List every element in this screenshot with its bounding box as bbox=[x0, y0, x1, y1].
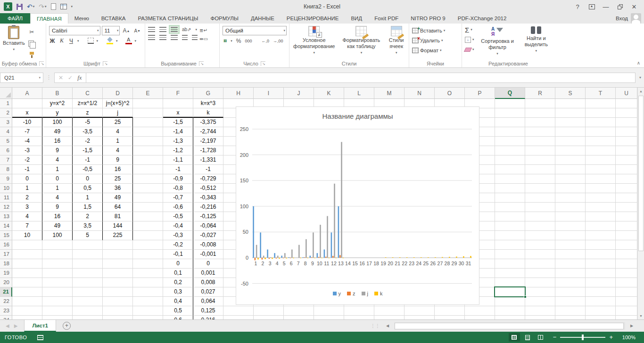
cell-T11[interactable] bbox=[586, 193, 616, 203]
cell-J24[interactable] bbox=[284, 316, 314, 319]
cell-B23[interactable] bbox=[42, 306, 73, 316]
cell-B21[interactable] bbox=[42, 287, 73, 297]
vertical-scrollbar[interactable]: ▲ ▼ bbox=[637, 88, 644, 319]
cell-D4[interactable]: 4 bbox=[103, 127, 133, 137]
cell-F20[interactable]: 0,2 bbox=[163, 278, 193, 287]
cell-C11[interactable]: 1 bbox=[73, 193, 103, 203]
chart-title[interactable]: Название диаграммы bbox=[236, 112, 479, 120]
cell-F17[interactable]: -0,1 bbox=[163, 250, 193, 259]
cell-T15[interactable] bbox=[586, 231, 616, 240]
cell-U15[interactable] bbox=[616, 231, 637, 240]
cell-Q20[interactable] bbox=[495, 278, 525, 287]
row-header-14[interactable]: 14 bbox=[0, 221, 12, 231]
cell-S23[interactable] bbox=[555, 306, 586, 316]
cell-O23[interactable] bbox=[435, 306, 465, 316]
column-header-G[interactable]: G bbox=[193, 88, 223, 99]
wrap-text-icon[interactable]: ≣↵ bbox=[199, 28, 208, 33]
row-header-2[interactable]: 2 bbox=[0, 108, 12, 118]
cell-A12[interactable]: 3 bbox=[12, 203, 42, 212]
cell-C17[interactable] bbox=[73, 250, 103, 259]
cell-U20[interactable] bbox=[616, 278, 637, 287]
cell-E17[interactable] bbox=[133, 250, 163, 259]
cell-G22[interactable]: 0,064 bbox=[193, 297, 223, 306]
cell-S13[interactable] bbox=[555, 212, 586, 221]
cell-U6[interactable] bbox=[616, 146, 637, 155]
cell-G12[interactable]: -0,216 bbox=[193, 203, 223, 212]
column-header-P[interactable]: P bbox=[465, 88, 495, 99]
cell-styles-button[interactable]: Стили ячеек▾ bbox=[385, 24, 408, 59]
cell-S15[interactable] bbox=[555, 231, 586, 240]
cell-R13[interactable] bbox=[525, 212, 555, 221]
cell-F19[interactable]: 0,1 bbox=[163, 269, 193, 278]
cell-B24[interactable] bbox=[42, 316, 73, 319]
cell-D12[interactable]: 64 bbox=[103, 203, 133, 212]
save-icon[interactable] bbox=[17, 4, 23, 10]
align-right-icon[interactable] bbox=[171, 35, 178, 40]
column-header-Q[interactable]: Q bbox=[495, 88, 525, 99]
name-box[interactable]: Q21▾ bbox=[0, 73, 43, 83]
cell-C16[interactable] bbox=[73, 240, 103, 250]
cell-G13[interactable]: -0,125 bbox=[193, 212, 223, 221]
collapse-ribbon-icon[interactable]: ∧ bbox=[637, 60, 640, 65]
cell-T18[interactable] bbox=[586, 259, 616, 269]
insert-cells-button[interactable]: +Вставить▾ bbox=[411, 26, 460, 35]
cell-G11[interactable]: -0,343 bbox=[193, 193, 223, 203]
cell-A6[interactable]: -3 bbox=[12, 146, 42, 155]
horizontal-scroll-track[interactable] bbox=[394, 322, 625, 330]
cell-B15[interactable]: 100 bbox=[42, 231, 73, 240]
redo-button[interactable]: ↷▾ bbox=[39, 3, 46, 10]
cell-B19[interactable] bbox=[42, 269, 73, 278]
cell-T9[interactable] bbox=[586, 174, 616, 184]
align-middle-icon[interactable] bbox=[159, 27, 166, 32]
column-header-A[interactable]: A bbox=[12, 88, 42, 99]
cell-A23[interactable] bbox=[12, 306, 42, 316]
increase-decimal-icon[interactable]: ←,0 bbox=[261, 39, 269, 43]
horizontal-scrollbar[interactable]: ◀ ▶ bbox=[384, 322, 636, 330]
cell-S8[interactable] bbox=[555, 165, 586, 174]
cell-S3[interactable] bbox=[555, 118, 586, 127]
cell-G8[interactable]: -1 bbox=[193, 165, 223, 174]
dialog-launcher-icon[interactable]: ↘ bbox=[261, 61, 265, 66]
prev-sheet-icon[interactable]: ◀ bbox=[6, 323, 9, 328]
zoom-in-icon[interactable]: + bbox=[609, 335, 613, 340]
decrease-indent-icon[interactable] bbox=[182, 35, 188, 40]
column-header-F[interactable]: F bbox=[163, 88, 193, 99]
cell-U14[interactable] bbox=[616, 221, 637, 231]
cell-E5[interactable] bbox=[133, 137, 163, 146]
cell-A7[interactable]: -2 bbox=[12, 155, 42, 165]
cell-E7[interactable] bbox=[133, 155, 163, 165]
cell-A15[interactable]: 10 bbox=[12, 231, 42, 240]
cell-B4[interactable]: 49 bbox=[42, 127, 73, 137]
cell-U11[interactable] bbox=[616, 193, 637, 203]
cell-T3[interactable] bbox=[586, 118, 616, 127]
align-left-icon[interactable] bbox=[148, 35, 155, 40]
column-header-D[interactable]: D bbox=[103, 88, 133, 99]
cell-A3[interactable]: -10 bbox=[12, 118, 42, 127]
cell-S7[interactable] bbox=[555, 155, 586, 165]
cell-D19[interactable] bbox=[103, 269, 133, 278]
cell-D20[interactable] bbox=[103, 278, 133, 287]
cell-B8[interactable]: 1 bbox=[42, 165, 73, 174]
cell-B7[interactable]: 4 bbox=[42, 155, 73, 165]
cell-T14[interactable] bbox=[586, 221, 616, 231]
macro-record-icon[interactable] bbox=[37, 335, 43, 340]
horizontal-scroll-thumb[interactable] bbox=[395, 323, 624, 329]
cell-Q10[interactable] bbox=[495, 184, 525, 193]
sheet-tab-active[interactable]: Лист1 bbox=[24, 320, 56, 332]
cell-U21[interactable] bbox=[616, 287, 637, 297]
cancel-entry-icon[interactable]: ✕ bbox=[58, 74, 63, 81]
cell-N23[interactable] bbox=[405, 306, 435, 316]
cell-B6[interactable]: 9 bbox=[42, 146, 73, 155]
cell-G23[interactable]: 0,125 bbox=[193, 306, 223, 316]
cell-T13[interactable] bbox=[586, 212, 616, 221]
cell-Q2[interactable] bbox=[495, 108, 525, 118]
cell-G10[interactable]: -0,512 bbox=[193, 184, 223, 193]
cell-A16[interactable] bbox=[12, 240, 42, 250]
decrease-font-icon[interactable]: A▼ bbox=[132, 26, 142, 35]
cell-T5[interactable] bbox=[586, 137, 616, 146]
cell-R18[interactable] bbox=[525, 259, 555, 269]
cell-B22[interactable] bbox=[42, 297, 73, 306]
cell-Q3[interactable] bbox=[495, 118, 525, 127]
column-header-J[interactable]: J bbox=[284, 88, 314, 99]
cell-M23[interactable] bbox=[374, 306, 405, 316]
